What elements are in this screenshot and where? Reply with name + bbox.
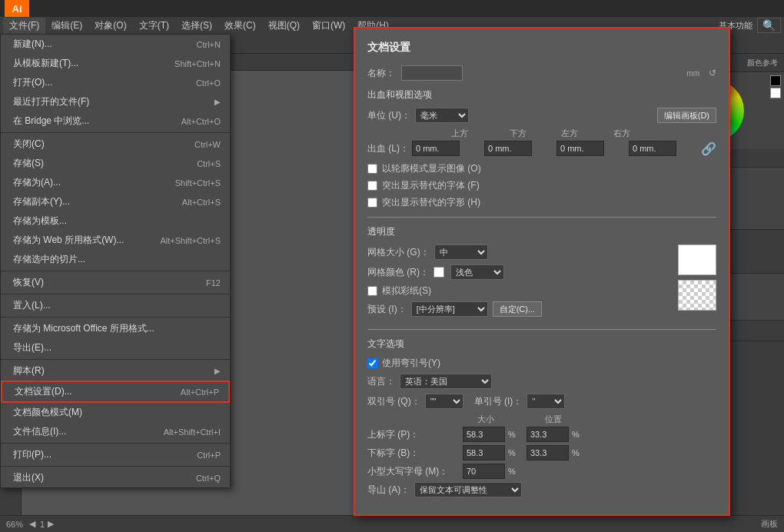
menu-item-effect[interactable]: 效果(C) (218, 18, 262, 34)
menu-save[interactable]: 存储(S) Ctrl+S (1, 154, 230, 173)
transparency-title: 透明度 (367, 225, 716, 238)
simulate-paper-label: 模拟彩纸(S) (382, 284, 431, 298)
zoom-level: 66% (6, 520, 23, 529)
menu-item-object[interactable]: 对象(O) (88, 18, 132, 34)
menu-item-select[interactable]: 选择(S) (175, 18, 218, 34)
menu-save-template[interactable]: 存储为模板... (1, 211, 230, 231)
small-caps-percent: % (508, 467, 523, 476)
typographer-quotes-checkbox[interactable] (367, 358, 377, 368)
bleed-left-input[interactable] (556, 141, 604, 156)
simulate-paper-checkbox[interactable] (367, 286, 377, 296)
top-label: 上方 (429, 128, 490, 139)
menu-open[interactable]: 打开(O)... Ctrl+O (1, 73, 230, 92)
menu-print[interactable]: 打印(P)... Ctrl+P (1, 445, 230, 464)
menu-save-web[interactable]: 存储为 Web 所用格式(W)... Alt+Shift+Ctrl+S (1, 231, 230, 250)
link-icon[interactable]: 🔗 (701, 141, 716, 156)
subscript-label: 下标字 (B)： (367, 447, 460, 460)
menu-recent[interactable]: 最近打开的文件(F) ▶ (1, 92, 230, 111)
single-quote-select[interactable]: '' (527, 394, 565, 409)
bleed-label: 出血 (L)： (367, 142, 409, 155)
menu-item-type[interactable]: 文字(T) (133, 18, 175, 34)
checker-white (678, 244, 716, 275)
dialog-title: 文档设置 (367, 41, 716, 55)
menu-close[interactable]: 关闭(C) Ctrl+W (1, 135, 230, 154)
menu-revert[interactable]: 恢复(V) F12 (1, 273, 230, 292)
menu-save-selected[interactable]: 存储选中的切片... (1, 250, 230, 269)
left-label: 左方 (546, 128, 595, 139)
menu-export[interactable]: 导出(E)... (1, 338, 230, 357)
double-quote-select[interactable]: "" (425, 394, 463, 409)
menu-place[interactable]: 置入(L)... (1, 296, 230, 315)
bleed-section-title: 出血和视图选项 (367, 88, 716, 101)
highlight-glyphs-label: 突出显示替代的字形 (H) (382, 196, 480, 209)
menu-scripts[interactable]: 脚本(R) ▶ (1, 361, 230, 381)
color-guide-label: 颜色参考 (747, 58, 778, 68)
custom-btn[interactable]: 自定(C)... (493, 301, 542, 317)
menu-item-file[interactable]: 文件(F) (3, 18, 45, 34)
double-quote-label: 双引号 (Q)： (367, 395, 420, 408)
unit-label: 单位 (U)： (367, 109, 410, 122)
text-options-section: 文字选项 使用弯引号(Y) 语言： 英语：美国 双引号 (Q)： "" 单引号 … (367, 337, 716, 497)
menu-item-window[interactable]: 窗口(W) (306, 18, 351, 34)
file-dropdown: 新建(N)... Ctrl+N 从模板新建(T)... Shift+Ctrl+N… (0, 34, 231, 488)
menu-save-as[interactable]: 存储为(A)... Shift+Ctrl+S (1, 173, 230, 192)
superscript-pos-input[interactable] (527, 427, 569, 442)
name-field[interactable] (401, 65, 463, 81)
menu-doc-settings[interactable]: 文档设置(D)... Alt+Ctrl+P (1, 381, 230, 403)
bleed-top-input[interactable] (412, 141, 460, 156)
search-icon[interactable]: 🔍 (757, 18, 781, 33)
rotation-icon: ↺ (709, 68, 716, 78)
ai-logo: Ai (5, 0, 29, 17)
subscript-size-percent: % (508, 448, 523, 457)
subscript-size-input[interactable] (463, 445, 505, 461)
canvas-label: 画板 (761, 518, 778, 530)
menu-bridge[interactable]: 在 Bridge 中浏览... Alt+Ctrl+O (1, 111, 230, 131)
page-next[interactable]: ▶ (48, 519, 54, 529)
name-field-label: 名称： (367, 67, 395, 80)
menu-item-view[interactable]: 视图(Q) (262, 18, 306, 34)
grid-color-label: 网格颜色 (R)： (367, 266, 429, 279)
menu-exit[interactable]: 退出(X) Ctrl+Q (1, 468, 230, 487)
file-menu: 新建(N)... Ctrl+N 从模板新建(T)... Shift+Ctrl+N… (0, 34, 231, 488)
highlight-fonts-checkbox[interactable] (367, 181, 377, 191)
preset-select[interactable]: [中分辨率] (411, 301, 488, 317)
unit-select[interactable]: 毫米 (415, 108, 469, 123)
subscript-pos-input[interactable] (527, 445, 569, 461)
menu-new[interactable]: 新建(N)... Ctrl+N (1, 35, 230, 54)
grid-size-label: 网格大小 (G)： (367, 246, 430, 259)
right-label: 右方 (597, 128, 646, 139)
highlight-fonts-label: 突出显示替代的字体 (F) (382, 179, 480, 192)
menu-item-edit[interactable]: 编辑(E) (45, 18, 88, 34)
small-caps-input[interactable] (463, 464, 505, 479)
page-number: 1 (40, 520, 45, 529)
superscript-size-input[interactable] (463, 427, 505, 442)
superscript-pos-percent: % (572, 430, 580, 439)
leading-label: 导山 (A)： (367, 484, 410, 497)
bleed-right-input[interactable] (629, 141, 676, 156)
position-header: 位置 (530, 414, 576, 425)
menu-file-info[interactable]: 文件信息(I)... Alt+Shift+Ctrl+I (1, 422, 230, 441)
menu-save-msoffice[interactable]: 存储为 Microsoft Office 所用格式... (1, 319, 230, 338)
bottom-label: 下方 (493, 128, 543, 139)
small-caps-label: 小型大写字母 (M)： (367, 465, 460, 478)
single-quote-label: 单引号 (I)： (474, 395, 523, 408)
typographer-quotes-label: 使用弯引号(Y) (382, 357, 440, 370)
raster-display-checkbox[interactable] (367, 164, 377, 174)
grid-size-select[interactable]: 中 (434, 244, 488, 260)
bleed-bottom-input[interactable] (484, 141, 532, 156)
status-bar: 66% ◀ 1 ▶ 画板 (0, 515, 784, 532)
mm-unit-label: mm (686, 69, 699, 78)
edit-canvas-btn[interactable]: 编辑画板(D) (657, 108, 716, 123)
grid-color-select[interactable]: 浅色 (450, 264, 504, 280)
page-prev[interactable]: ◀ (29, 519, 35, 529)
subscript-pos-percent: % (572, 448, 580, 457)
leading-select[interactable]: 保留文本可调整性 (414, 482, 522, 497)
menu-save-copy[interactable]: 存储副本(Y)... Alt+Ctrl+S (1, 192, 230, 211)
language-select[interactable]: 英语：美国 (400, 374, 492, 389)
document-settings-dialog: 文档设置 名称： mm ↺ 出血和视图选项 单位 (U)： 毫米 编辑画板(D)… (354, 27, 730, 516)
preset-label: 预设 (I)： (367, 303, 407, 316)
size-header: 大小 (463, 414, 509, 425)
menu-doc-color[interactable]: 文档颜色模式(M) (1, 403, 230, 422)
highlight-glyphs-checkbox[interactable] (367, 198, 377, 208)
menu-new-from-template[interactable]: 从模板新建(T)... Shift+Ctrl+N (1, 54, 230, 73)
